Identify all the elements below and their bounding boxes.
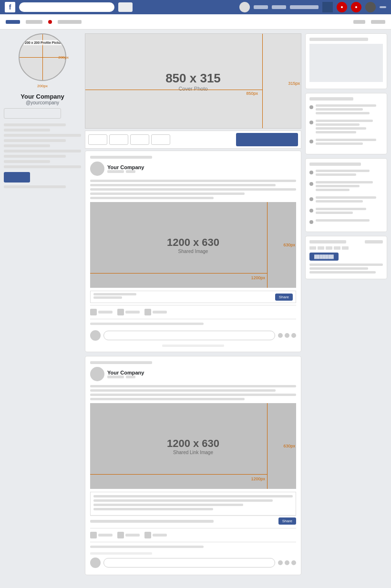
right2-lines-5 bbox=[316, 219, 383, 223]
post1-share-text bbox=[153, 311, 167, 314]
post1-share-icon bbox=[144, 309, 151, 315]
post2-header-info: Your Company bbox=[107, 370, 296, 378]
post1-image-label: 1200 x 630 Shared Image bbox=[167, 236, 219, 254]
nav-search-input[interactable] bbox=[19, 2, 114, 12]
post1-share-action[interactable] bbox=[144, 309, 167, 315]
subnav-item-settings[interactable] bbox=[371, 20, 385, 24]
right-list-item-1 bbox=[309, 104, 383, 116]
profile-section: 200 x 200 Profile Picture 200px 200px bbox=[4, 33, 81, 88]
right-card-pages bbox=[305, 158, 387, 232]
right-card-sponsored-header bbox=[309, 38, 368, 41]
right3-cta-btn[interactable]: ▓▓▓▓▓▓▓ bbox=[309, 253, 339, 261]
post2-comment-input[interactable] bbox=[103, 558, 275, 568]
post2-share-label bbox=[90, 520, 214, 523]
right-card-suggestions-header bbox=[309, 97, 353, 101]
post2-comment-action[interactable] bbox=[117, 532, 140, 538]
like-box[interactable] bbox=[4, 108, 61, 119]
page-tab-3[interactable] bbox=[130, 134, 149, 145]
right3-star-1 bbox=[309, 246, 316, 250]
right-list-dot-2 bbox=[309, 121, 313, 124]
post-card-2: Your Company 1200 x 630 Shared Link bbox=[85, 356, 301, 575]
right2-lines-4 bbox=[316, 208, 383, 215]
sidebar-menu bbox=[4, 123, 81, 188]
post1-link-url bbox=[93, 296, 122, 299]
post2-text bbox=[90, 385, 296, 400]
post1-separator-2 bbox=[90, 319, 296, 319]
right2-line-1a bbox=[316, 170, 370, 172]
post2-like-action[interactable] bbox=[90, 532, 113, 538]
post1-avatar bbox=[90, 162, 104, 176]
right-line-2b bbox=[316, 123, 360, 126]
right-line-1b bbox=[316, 108, 363, 111]
right2-dot-1 bbox=[309, 171, 313, 174]
main-feed: 850 x 315 Cover Photo 315px 850px Yo bbox=[85, 33, 301, 579]
page-tab-2[interactable] bbox=[109, 134, 128, 145]
post1-gif-icon bbox=[291, 333, 296, 338]
post1-stats-line bbox=[90, 323, 204, 325]
post1-image: 1200 x 630 Shared Image 630px 1200px bbox=[90, 202, 296, 288]
post2-share-action[interactable] bbox=[144, 532, 167, 538]
post2-header: Your Company bbox=[90, 367, 296, 381]
page-tab-4[interactable] bbox=[151, 134, 170, 145]
right3-header-left bbox=[309, 240, 346, 243]
subnav-item-more[interactable] bbox=[353, 20, 365, 24]
sidebar-line-1 bbox=[4, 123, 66, 126]
nav-search-button[interactable] bbox=[118, 2, 133, 12]
post1-comment-input[interactable] bbox=[103, 331, 275, 340]
right-line-3a bbox=[316, 139, 376, 141]
post1-link-title bbox=[93, 293, 136, 295]
post2-separator-1 bbox=[90, 528, 296, 528]
right2-dot-3 bbox=[309, 197, 313, 201]
subnav-red-dot bbox=[48, 20, 52, 24]
page-action-btn[interactable] bbox=[236, 133, 298, 146]
post2-privacy bbox=[126, 375, 135, 378]
page-nav-tabs bbox=[85, 131, 301, 149]
right-line-3b bbox=[316, 142, 363, 145]
post1-comment-action[interactable] bbox=[117, 309, 140, 315]
nav-alert-icon[interactable] bbox=[337, 2, 347, 12]
post1-company-name: Your Company bbox=[107, 164, 296, 170]
page-tab-1[interactable] bbox=[88, 134, 107, 145]
post1-text bbox=[90, 180, 296, 199]
post2-share-btn[interactable]: Share bbox=[278, 517, 296, 525]
sidebar-line-5 bbox=[4, 144, 50, 147]
post2-like-text bbox=[98, 534, 113, 537]
cover-orange-line-v bbox=[262, 34, 263, 128]
post1-stats bbox=[90, 321, 296, 328]
nav-dark-icon[interactable] bbox=[322, 2, 333, 12]
post1-comment-icon bbox=[117, 309, 124, 315]
right2-line-3b bbox=[316, 200, 363, 203]
post2-text-line-3 bbox=[90, 394, 296, 396]
post2-text-line-2 bbox=[90, 389, 276, 392]
right-line-2c bbox=[316, 127, 366, 130]
sidebar-btn[interactable] bbox=[4, 172, 30, 182]
nav-menu-icon[interactable] bbox=[380, 6, 386, 8]
nav-settings-icon[interactable] bbox=[365, 2, 376, 12]
post1-link-meta: Share bbox=[90, 291, 296, 303]
subnav-item-home[interactable] bbox=[6, 20, 20, 24]
right2-line-4b bbox=[316, 212, 353, 214]
right2-item-4 bbox=[309, 208, 383, 215]
profile-size-label: 200 x 200 Profile Picture bbox=[23, 40, 65, 45]
sidebar-line-7 bbox=[4, 155, 66, 158]
nav-home-text bbox=[254, 5, 268, 9]
right2-dot-4 bbox=[309, 209, 313, 213]
right2-line-2b bbox=[316, 185, 360, 187]
post2-link-line-1 bbox=[93, 495, 293, 497]
right3-star-5 bbox=[342, 246, 349, 250]
subnav-item-about[interactable] bbox=[26, 20, 42, 24]
post2-meta bbox=[107, 375, 296, 378]
profile-width-dim: 200px bbox=[58, 55, 69, 60]
post2-image-label: 1200 x 630 Shared Link Image bbox=[167, 437, 219, 455]
subnav-item-posts[interactable] bbox=[58, 20, 82, 24]
nav-profile-text bbox=[272, 5, 286, 9]
post1-like-action[interactable] bbox=[90, 309, 113, 315]
post1-like-text bbox=[98, 311, 113, 314]
post1-commenter-avatar bbox=[90, 330, 101, 341]
post2-link-line-3 bbox=[93, 504, 243, 506]
right2-item-5 bbox=[309, 219, 383, 224]
nav-msg-icon[interactable] bbox=[351, 2, 361, 12]
post1-share-btn[interactable]: Share bbox=[275, 294, 293, 301]
right2-dot-5 bbox=[309, 220, 313, 224]
cover-photo-area: 850 x 315 Cover Photo 315px 850px bbox=[85, 33, 301, 129]
